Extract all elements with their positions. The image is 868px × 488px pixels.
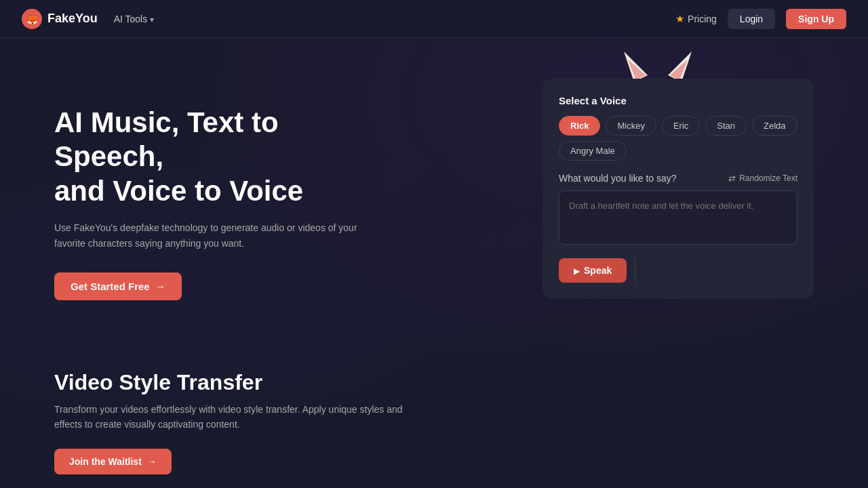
star-icon bbox=[675, 13, 684, 25]
arrow-right-icon bbox=[155, 281, 165, 292]
hero-left: AI Music, Text to Speech, and Voice to V… bbox=[54, 65, 380, 300]
voice-text-input[interactable] bbox=[559, 190, 797, 245]
pricing-link[interactable]: Pricing bbox=[675, 13, 717, 25]
voice-btn-angry-male[interactable]: Angry Male bbox=[559, 141, 627, 161]
speak-row: Speak bbox=[559, 258, 797, 283]
randomize-label: Randomize Text bbox=[739, 174, 797, 183]
signup-button[interactable]: Sign Up bbox=[786, 9, 846, 29]
play-icon bbox=[574, 265, 579, 276]
speak-divider bbox=[635, 258, 635, 283]
nav-right: Pricing Login Sign Up bbox=[675, 9, 846, 29]
hero-section: AI Music, Text to Speech, and Voice to V… bbox=[0, 38, 868, 350]
voice-btn-mickey[interactable]: Mickey bbox=[606, 116, 656, 136]
nav-left: 🦊 FakeYou AI Tools bbox=[22, 9, 154, 29]
video-section-title: Video Style Transfer bbox=[54, 370, 814, 395]
get-started-label: Get Started Free bbox=[71, 281, 150, 292]
shuffle-icon: ⇄ bbox=[728, 174, 736, 184]
voice-btn-zelda[interactable]: Zelda bbox=[752, 116, 797, 136]
get-started-button[interactable]: Get Started Free bbox=[54, 272, 182, 300]
svg-text:🦊: 🦊 bbox=[26, 14, 39, 26]
navbar: 🦊 FakeYou AI Tools Pricing Login Sign Up bbox=[0, 0, 868, 38]
voice-btn-rick[interactable]: Rick bbox=[559, 116, 600, 136]
video-section-description: Transform your videos effortlessly with … bbox=[54, 402, 407, 432]
waitlist-button[interactable]: Join the Waitlist bbox=[54, 449, 172, 474]
waitlist-label: Join the Waitlist bbox=[69, 456, 142, 467]
speak-label: Speak bbox=[584, 265, 612, 276]
logo-icon: 🦊 bbox=[22, 9, 42, 29]
voice-btn-stan[interactable]: Stan bbox=[705, 116, 747, 136]
hero-title-line2: and Voice to Voice bbox=[54, 175, 303, 207]
voice-section-title: Select a Voice bbox=[559, 95, 797, 106]
logo-text: FakeYou bbox=[47, 12, 98, 26]
logo[interactable]: 🦊 FakeYou bbox=[22, 9, 98, 29]
pricing-label: Pricing bbox=[688, 14, 717, 24]
randomize-button[interactable]: ⇄ Randomize Text bbox=[728, 174, 797, 184]
video-section: Video Style Transfer Transform your vide… bbox=[0, 350, 868, 488]
voice-btn-eric[interactable]: Eric bbox=[662, 116, 700, 136]
say-label: What would you like to say? bbox=[559, 173, 677, 184]
login-button[interactable]: Login bbox=[728, 9, 775, 29]
say-label-row: What would you like to say? ⇄ Randomize … bbox=[559, 173, 797, 184]
ai-tools-label: AI Tools bbox=[114, 14, 148, 24]
arrow-right-icon-2 bbox=[147, 456, 157, 467]
voice-card: Select a Voice Rick Mickey Eric Stan Zel… bbox=[542, 79, 814, 299]
voice-buttons-group: Rick Mickey Eric Stan Zelda Angry Male bbox=[559, 116, 797, 161]
speak-button[interactable]: Speak bbox=[559, 258, 627, 283]
hero-title-line1: AI Music, Text to Speech, bbox=[54, 106, 279, 172]
hero-title: AI Music, Text to Speech, and Voice to V… bbox=[54, 106, 380, 208]
ai-tools-button[interactable]: AI Tools bbox=[114, 14, 155, 24]
chevron-down-icon bbox=[150, 14, 154, 24]
hero-description: Use FakeYou's deepfake technology to gen… bbox=[54, 220, 380, 251]
